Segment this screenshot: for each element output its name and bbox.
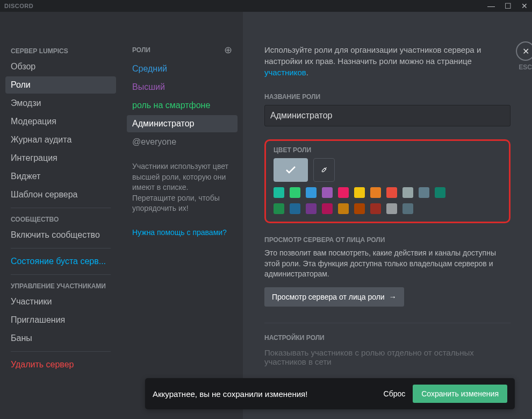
color-swatch[interactable] <box>386 187 397 198</box>
eyedropper-icon <box>320 166 328 174</box>
sidebar-heading-members: УПРАВЛЕНИЕ УЧАСТНИКАМИ <box>5 279 116 293</box>
intro-part: Используйте роли для организации участни… <box>264 45 481 66</box>
color-swatch[interactable] <box>402 187 413 198</box>
color-swatch[interactable] <box>402 203 413 214</box>
roles-list-column: РОЛИ ⊕ СреднийВысшийроль на смартфонеАдм… <box>121 12 243 419</box>
preview-label: ПРОСМОТР СЕРВЕРА ОТ ЛИЦА РОЛИ <box>264 236 511 244</box>
role-editor-content: ✕ ESC Используйте роли для организации у… <box>243 12 532 419</box>
color-swatch[interactable] <box>306 203 317 214</box>
color-swatch[interactable] <box>338 203 349 214</box>
window-controls: — ☐ ✕ <box>487 2 528 10</box>
roles-heading: РОЛИ <box>132 46 150 54</box>
color-swatch[interactable] <box>322 203 333 214</box>
color-swatch[interactable] <box>370 203 381 214</box>
close-window-icon[interactable]: ✕ <box>521 2 528 10</box>
settings-sidebar: СЕРВЕР LUMPICS ОбзорРолиЭмодзиМодерацияЖ… <box>0 12 121 419</box>
sidebar-item-шаблон сервера[interactable]: Шаблон сервера <box>5 186 116 203</box>
role-item[interactable]: Средний <box>127 60 238 77</box>
custom-color-picker[interactable] <box>313 158 335 182</box>
arrow-right-icon: → <box>389 293 397 301</box>
sidebar-item-эмодзи[interactable]: Эмодзи <box>5 95 116 112</box>
color-swatch[interactable] <box>386 203 397 214</box>
color-swatch[interactable] <box>419 187 429 198</box>
display-separately-setting: Показывать участников с ролью отдельно о… <box>264 348 511 366</box>
role-name-input[interactable] <box>264 105 511 126</box>
color-swatch[interactable] <box>274 203 284 214</box>
app-logo: DISCORD <box>4 3 33 9</box>
divider <box>264 323 511 323</box>
maximize-icon[interactable]: ☐ <box>505 2 512 10</box>
default-color-swatch[interactable] <box>274 158 308 182</box>
preview-btn-label: Просмотр сервера от лица роли <box>272 293 385 301</box>
role-color-section: ЦВЕТ РОЛИ <box>264 139 511 223</box>
sidebar-heading-community: СООБЩЕСТВО <box>5 212 116 226</box>
titlebar: DISCORD — ☐ ✕ <box>0 0 532 12</box>
role-name-label: НАЗВАНИЕ РОЛИ <box>264 93 511 101</box>
role-item[interactable]: роль на смартфоне <box>127 97 238 114</box>
close-label: ESC <box>519 63 532 71</box>
color-swatch[interactable] <box>370 187 381 198</box>
add-role-icon[interactable]: ⊕ <box>224 44 232 56</box>
sidebar-item-модерация[interactable]: Модерация <box>5 113 116 130</box>
role-item[interactable]: @everyone <box>127 133 238 151</box>
sidebar-item-приглашения[interactable]: Приглашения <box>5 311 116 329</box>
sidebar-item-виджет[interactable]: Виджет <box>5 168 116 185</box>
checkmark-icon <box>286 166 296 174</box>
sidebar-item-интеграция[interactable]: Интеграция <box>5 150 116 167</box>
divider <box>11 248 111 248</box>
role-item[interactable]: Администратор <box>127 115 238 132</box>
sidebar-item-boost-status[interactable]: Состояние буста серв... <box>5 253 116 270</box>
reset-button[interactable]: Сброс <box>376 385 413 402</box>
role-settings-label: НАСТРОЙКИ РОЛИ <box>264 334 511 342</box>
color-swatch[interactable] <box>274 187 284 198</box>
save-changes-button[interactable]: Сохранить изменения <box>413 385 507 403</box>
sidebar-item-enable-community[interactable]: Включить сообщество <box>5 226 116 244</box>
color-swatch[interactable] <box>354 187 365 198</box>
preview-as-role-button[interactable]: Просмотр сервера от лица роли → <box>264 287 404 307</box>
unsaved-changes-bar: Аккуратнее, вы не сохранили изменения! С… <box>145 378 515 409</box>
sidebar-item-обзор[interactable]: Обзор <box>5 58 116 75</box>
divider <box>11 208 111 208</box>
color-swatch[interactable] <box>306 187 317 198</box>
minimize-icon[interactable]: — <box>487 2 495 10</box>
roles-help-link[interactable]: Нужна помощь с правами? <box>127 219 238 245</box>
intro-text: Используйте роли для организации участни… <box>264 44 511 78</box>
preview-description: Это позволит вам посмотреть, какие дейст… <box>264 248 511 280</box>
color-swatch[interactable] <box>290 187 300 198</box>
color-swatch[interactable] <box>338 187 349 198</box>
role-item[interactable]: Высший <box>127 79 238 96</box>
close-settings-button[interactable]: ✕ <box>516 41 532 61</box>
color-swatch[interactable] <box>354 203 365 214</box>
divider <box>11 351 111 352</box>
sidebar-item-роли[interactable]: Роли <box>5 76 116 94</box>
sidebar-item-участники[interactable]: Участники <box>5 293 116 310</box>
sidebar-heading-server: СЕРВЕР LUMPICS <box>5 44 116 58</box>
roles-info-text: Участники используют цвет высшей роли, к… <box>127 152 238 219</box>
color-swatch[interactable] <box>322 187 333 198</box>
color-swatch[interactable] <box>435 187 445 198</box>
sidebar-item-delete-server[interactable]: Удалить сервер <box>5 356 116 373</box>
role-color-label: ЦВЕТ РОЛИ <box>274 146 501 154</box>
color-swatch[interactable] <box>290 203 300 214</box>
unsaved-message: Аккуратнее, вы не сохранили изменения! <box>153 389 376 399</box>
sidebar-item-журнал аудита[interactable]: Журнал аудита <box>5 131 116 148</box>
divider <box>11 274 111 275</box>
sidebar-item-баны[interactable]: Баны <box>5 330 116 347</box>
members-link[interactable]: участников <box>264 68 306 77</box>
